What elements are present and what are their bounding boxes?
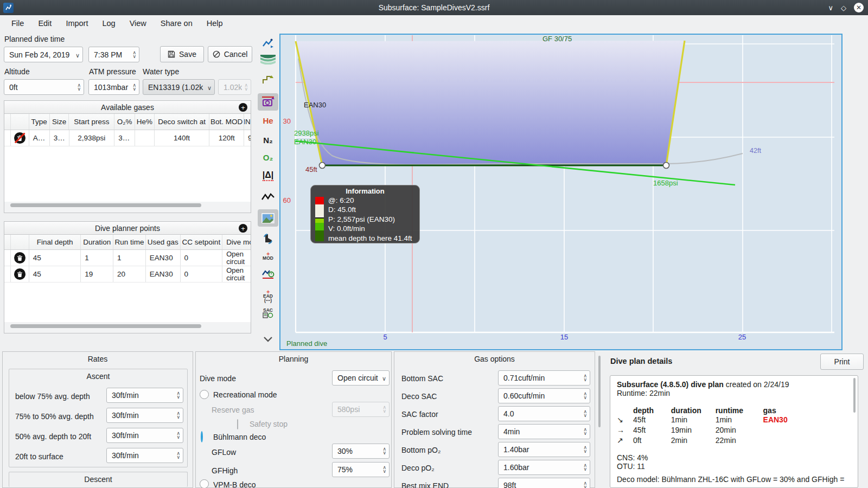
gas-options-title: Gas options — [394, 352, 595, 363]
delete-gas-icon[interactable] — [14, 132, 25, 144]
recreational-mode-radio[interactable] — [200, 390, 209, 399]
y-tick-60: 60 — [276, 196, 291, 204]
chevron-down-icon — [205, 83, 212, 92]
vpmb-deco-radio[interactable] — [200, 479, 209, 488]
mean-depth-end-label: 42ft — [750, 147, 761, 155]
tooltip-title: Information — [311, 187, 419, 195]
profile-handle[interactable] — [320, 163, 326, 169]
descend-arrow: ↘ — [617, 415, 631, 425]
deco-sac-input[interactable]: 0.60cuft/min — [498, 388, 590, 403]
toolbar-sac-button[interactable]: SAC — [258, 305, 278, 322]
bottom-sac-input[interactable]: 0.71cuft/min — [498, 370, 590, 386]
add-gas-button[interactable] — [239, 103, 247, 112]
best-mix-end-input[interactable]: 98ft — [498, 478, 590, 488]
gf-label: GF 30/75 — [542, 35, 572, 43]
profile-handle[interactable] — [663, 163, 669, 169]
plan-cns: CNS: 4% — [617, 453, 849, 462]
rate-input[interactable]: 30ft/min — [106, 448, 183, 463]
deco-po2-input[interactable]: 1.60bar — [498, 460, 590, 475]
x-tick-15: 15 — [558, 333, 571, 341]
menu-help[interactable]: Help — [200, 15, 230, 31]
plan-otu: OTU: 11 — [617, 462, 849, 471]
points-hscrollbar[interactable] — [10, 324, 201, 328]
vpmb-deco-label: VPM-B deco — [213, 480, 256, 488]
gas-label: EAN30 — [304, 101, 326, 109]
gases-hscrollbar[interactable] — [10, 203, 201, 207]
app-icon — [3, 3, 14, 13]
window-title: Subsurface: SampleDivesV2.ssrf — [0, 3, 868, 12]
toolbar-n2-button[interactable]: N₂ — [258, 131, 278, 149]
dive-date-select[interactable]: Sun Feb 24, 2019 — [4, 47, 83, 62]
menu-view[interactable]: View — [123, 15, 154, 31]
dive-mode-select[interactable]: Open circuit — [332, 370, 390, 386]
dive-time-input[interactable]: 7:38 PM — [88, 47, 139, 62]
rate-label: below 75% avg. depth — [15, 392, 90, 401]
toolbar-dive-profile-button[interactable] — [258, 35, 278, 52]
altitude-input[interactable]: 0ft — [4, 79, 84, 95]
water-type-select[interactable]: EN13319 (1.02k — [143, 79, 215, 95]
print-button[interactable]: Print — [820, 354, 864, 370]
details-vscrollbar[interactable] — [598, 356, 601, 427]
x-tick-5: 5 — [379, 333, 392, 341]
toolbar-mod-button[interactable]: ＋MOD — [258, 247, 278, 265]
descent-title: Descent — [9, 475, 188, 484]
gases-table: Type Size Start press O₂% He% Deco switc… — [4, 114, 251, 202]
maximize-icon[interactable]: ◇ — [841, 4, 846, 11]
rate-input[interactable]: 30ft/min — [106, 428, 183, 443]
toolbar-gaschange-button[interactable] — [258, 230, 278, 247]
menu-log[interactable]: Log — [95, 15, 122, 31]
gas-option-label: Problem solving time — [401, 428, 472, 436]
atm-pressure-label: ATM pressure — [89, 67, 136, 76]
atm-pressure-input[interactable]: 1013mbar — [88, 79, 139, 95]
close-icon[interactable]: ✕ — [854, 3, 864, 12]
plan-text-vscrollbar[interactable] — [853, 378, 856, 413]
toolbar-waves-button[interactable] — [258, 51, 278, 68]
plan-row: ↗ 0ft 2min 22min — [617, 435, 849, 446]
spin-arrows-icon[interactable] — [130, 51, 136, 59]
save-button[interactable]: Save — [160, 46, 204, 62]
toolbar-o2-button[interactable]: O₂ — [258, 149, 278, 166]
toolbar-scroll-down-button[interactable] — [258, 331, 278, 348]
gflow-input[interactable]: 30% — [332, 444, 390, 459]
toolbar-photos-button[interactable] — [258, 209, 278, 227]
buhlmann-deco-radio[interactable] — [201, 431, 203, 442]
gas-option-label: SAC factor — [401, 410, 438, 419]
dive-plan-details-panel: Dive plan details Print Subsurface (4.8.… — [597, 351, 866, 488]
water-density-input: 1.02kg — [218, 79, 251, 95]
toolbar-dive-time-button[interactable] — [258, 265, 278, 282]
menu-file[interactable]: File — [4, 15, 31, 31]
delete-point-icon[interactable] — [14, 268, 25, 280]
plan-deco-model: Deco model: Bühlmann ZHL-16C with GFLow … — [617, 475, 849, 484]
ascent-title: Ascent — [9, 372, 188, 381]
toolbar-dc-ceiling-button[interactable] — [258, 93, 278, 111]
rate-input[interactable]: 30ft/min — [106, 388, 183, 403]
gfhigh-input[interactable]: 75% — [332, 462, 390, 477]
toolbar-profile-ruler-button[interactable] — [258, 71, 278, 88]
problem-solving-time-input[interactable]: 4min — [498, 424, 590, 439]
save-icon — [168, 50, 175, 58]
planner-point-row: 45 1 1 EAN30 0 Open circuit — [4, 250, 251, 266]
tooltip-colorbar-icon — [315, 197, 324, 241]
delete-point-icon[interactable] — [14, 252, 25, 264]
menu-share-on[interactable]: Share on — [154, 15, 200, 31]
gflow-label: GFLow — [212, 448, 236, 457]
cancel-icon — [213, 50, 220, 58]
planned-dive-time-label: Planned dive time — [4, 35, 65, 43]
plan-row: ↘ 45ft 1min 1min EAN30 — [617, 415, 849, 425]
minimize-icon[interactable]: ∨ — [828, 4, 833, 11]
tooltip-line: V: 0.0ft/min — [328, 224, 412, 233]
toolbar-delta-button[interactable]: |Δ| — [258, 167, 278, 184]
cancel-button[interactable]: Cancel — [208, 46, 252, 62]
toolbar-ead-button[interactable]: ＋EAD(⋯) — [258, 287, 278, 305]
start-pressure-gas-label: EAN30 — [294, 138, 316, 146]
add-point-button[interactable] — [239, 224, 247, 233]
bottom-po2-input[interactable]: 1.40bar — [498, 442, 590, 457]
plan-details-textbox[interactable]: Subsurface (4.8.5.0) dive plan created o… — [610, 375, 858, 488]
reserve-gas-label: Reserve gas — [212, 406, 254, 414]
menu-edit[interactable]: Edit — [31, 15, 59, 31]
menu-import[interactable]: Import — [59, 15, 95, 31]
sac-factor-input[interactable]: 4.0 — [498, 406, 590, 421]
reserve-gas-input: 580psi — [332, 402, 390, 417]
rate-input[interactable]: 30ft/min — [106, 408, 183, 423]
plan-heading-rest: created on 2/24/19 — [724, 380, 789, 389]
